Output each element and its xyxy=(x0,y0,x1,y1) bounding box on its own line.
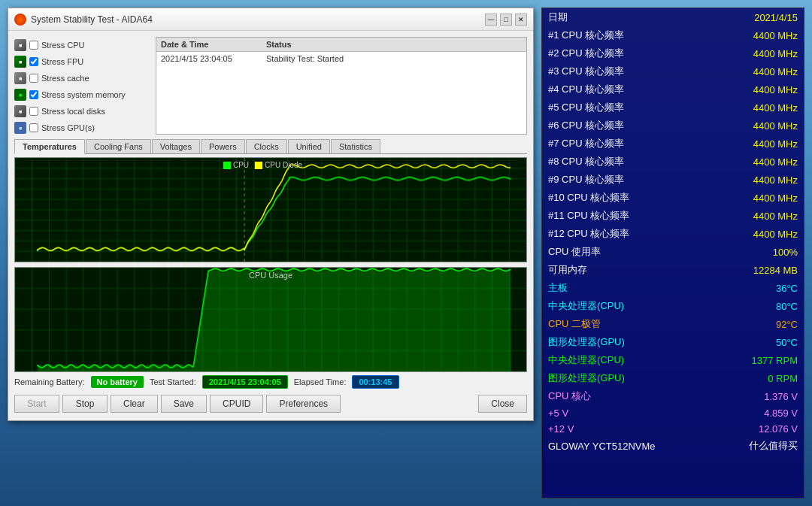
stats-row: 中央处理器(CPU)1377 RPM xyxy=(542,351,804,369)
temp-chart-canvas xyxy=(15,158,526,262)
stress-disk-label: Stress local disks xyxy=(41,107,105,116)
stats-row: 可用内存12284 MB xyxy=(542,261,804,279)
stress-disk-checkbox[interactable] xyxy=(29,107,38,116)
status-bar: Remaining Battery: No battery Test Start… xyxy=(14,372,527,392)
cpu-stress-icon: ■ xyxy=(14,39,26,51)
window-content: ■ Stress CPU ■ Stress FPU ■ Stress cache… xyxy=(8,31,533,420)
stress-gpu-label: Stress GPU(s) xyxy=(41,123,95,132)
stop-button[interactable]: Stop xyxy=(62,395,108,413)
tab-voltages[interactable]: Voltages xyxy=(152,139,200,153)
clear-button[interactable]: Clear xyxy=(111,395,158,413)
stats-row: #12 CPU 核心频率4400 MHz xyxy=(542,225,804,243)
battery-label: Remaining Battery: xyxy=(14,377,85,386)
stats-row: CPU 二极管92°C xyxy=(542,315,804,333)
stats-table: 日期2021/4/15#1 CPU 核心频率4400 MHz#2 CPU 核心频… xyxy=(542,8,804,455)
stats-value: 4400 MHz xyxy=(715,26,804,44)
log-row: 2021/4/15 23:04:05 Stability Test: Start… xyxy=(156,52,526,65)
stats-label: #5 CPU 核心频率 xyxy=(542,98,715,117)
tab-cooling[interactable]: Cooling Fans xyxy=(86,139,151,153)
stress-cache-checkbox[interactable] xyxy=(29,74,38,83)
usage-chart-title: CPU Usage xyxy=(249,271,292,280)
stress-fpu-label: Stress FPU xyxy=(41,57,83,66)
stats-label: GLOWAY YCT512NVMe xyxy=(542,437,715,455)
stats-row: #9 CPU 核心频率4400 MHz xyxy=(542,171,804,189)
cache-stress-icon: ■ xyxy=(14,72,26,84)
log-header: Date & Time Status xyxy=(156,38,526,52)
stats-label: 日期 xyxy=(542,8,715,26)
stress-cpu-checkbox[interactable] xyxy=(29,41,38,50)
fpu-stress-icon: ■ xyxy=(14,56,26,68)
stats-value: 0 RPM xyxy=(715,369,804,387)
stats-row: +5 V4.859 V xyxy=(542,405,804,421)
stats-value: 4.859 V xyxy=(715,405,804,421)
stats-label: CPU 二极管 xyxy=(542,315,715,333)
start-button[interactable]: Start xyxy=(14,395,59,413)
test-started-value: 2021/4/15 23:04:05 xyxy=(202,375,288,389)
stats-row: #3 CPU 核心频率4400 MHz xyxy=(542,62,804,80)
stats-label: 可用内存 xyxy=(542,261,715,279)
stats-row: #2 CPU 核心频率4400 MHz xyxy=(542,44,804,62)
stats-row: CPU 使用率100% xyxy=(542,243,804,261)
close-button[interactable]: Close xyxy=(478,395,527,413)
stats-value: 1.376 V xyxy=(715,387,804,405)
memory-stress-icon: ■ xyxy=(14,89,26,101)
stress-memory-label: Stress system memory xyxy=(41,90,126,99)
minimize-button[interactable]: — xyxy=(485,14,497,26)
stats-row: #11 CPU 核心频率4400 MHz xyxy=(542,207,804,225)
stats-row: #4 CPU 核心频率4400 MHz xyxy=(542,80,804,98)
stats-row: +12 V12.076 V xyxy=(542,421,804,437)
window-title: System Stability Test - AIDA64 xyxy=(31,14,485,25)
stats-label: #10 CPU 核心频率 xyxy=(542,189,715,207)
stress-fpu-item: ■ Stress FPU xyxy=(14,53,150,70)
stats-label: #11 CPU 核心频率 xyxy=(542,207,715,225)
preferences-button[interactable]: Preferences xyxy=(266,395,341,413)
stats-value: 92°C xyxy=(715,315,804,333)
log-datetime: 2021/4/15 23:04:05 xyxy=(161,54,266,63)
stats-value: 50°C xyxy=(715,333,804,351)
stats-label: #3 CPU 核心频率 xyxy=(542,62,715,80)
tab-temperatures[interactable]: Temperatures xyxy=(14,139,85,154)
stress-cpu-label: Stress CPU xyxy=(41,41,84,50)
save-button[interactable]: Save xyxy=(161,395,207,413)
legend-cpu-diode-label: CPU Diode xyxy=(265,161,302,169)
elapsed-label: Elapsed Time: xyxy=(294,377,347,386)
stats-label: #7 CPU 核心频率 xyxy=(542,135,715,153)
legend-cpu: CPU xyxy=(223,161,249,169)
stats-value: 4400 MHz xyxy=(715,117,804,135)
tab-clocks[interactable]: Clocks xyxy=(246,139,287,153)
stats-label: 主板 xyxy=(542,279,715,297)
stats-label: +12 V xyxy=(542,421,715,437)
stress-gpu-item: ■ Stress GPU(s) xyxy=(14,120,150,136)
stress-gpu-checkbox[interactable] xyxy=(29,123,38,132)
stats-row: #10 CPU 核心频率4400 MHz xyxy=(542,189,804,207)
tab-powers[interactable]: Powers xyxy=(201,139,245,153)
stress-cpu-item: ■ Stress CPU xyxy=(14,37,150,53)
stats-label: #8 CPU 核心频率 xyxy=(542,153,715,171)
title-bar: System Stability Test - AIDA64 — □ ✕ xyxy=(8,8,533,31)
stress-options: ■ Stress CPU ■ Stress FPU ■ Stress cache… xyxy=(14,37,150,135)
log-col-status: Status xyxy=(266,40,292,49)
gpu-stress-icon: ■ xyxy=(14,122,26,134)
tabs-bar: Temperatures Cooling Fans Voltages Power… xyxy=(14,139,527,154)
temperature-chart: CPU CPU Diode 100°C 0°C 23:04:05 92 80 xyxy=(14,157,527,262)
stress-disk-item: ■ Stress local disks xyxy=(14,103,150,120)
charts-area: CPU CPU Diode 100°C 0°C 23:04:05 92 80 C… xyxy=(14,157,527,372)
stats-row: 主板36°C xyxy=(542,279,804,297)
stress-memory-checkbox[interactable] xyxy=(29,90,38,99)
stats-row: GLOWAY YCT512NVMe什么值得买 xyxy=(542,437,804,455)
cpu-usage-chart: CPU Usage 100% 0% 100% xyxy=(14,267,527,372)
stats-value: 4400 MHz xyxy=(715,62,804,80)
stress-fpu-checkbox[interactable] xyxy=(29,57,38,66)
stress-cache-item: ■ Stress cache xyxy=(14,70,150,86)
stats-value: 80°C xyxy=(715,297,804,315)
maximize-button[interactable]: □ xyxy=(500,14,512,26)
stats-label: +5 V xyxy=(542,405,715,421)
stats-value: 36°C xyxy=(715,279,804,297)
log-status: Stability Test: Started xyxy=(266,54,344,63)
close-window-button[interactable]: ✕ xyxy=(515,14,527,26)
stats-value: 4400 MHz xyxy=(715,171,804,189)
stats-label: #1 CPU 核心频率 xyxy=(542,26,715,44)
cpuid-button[interactable]: CPUID xyxy=(210,395,263,413)
tab-unified[interactable]: Unified xyxy=(288,139,330,153)
tab-statistics[interactable]: Statistics xyxy=(331,139,380,153)
